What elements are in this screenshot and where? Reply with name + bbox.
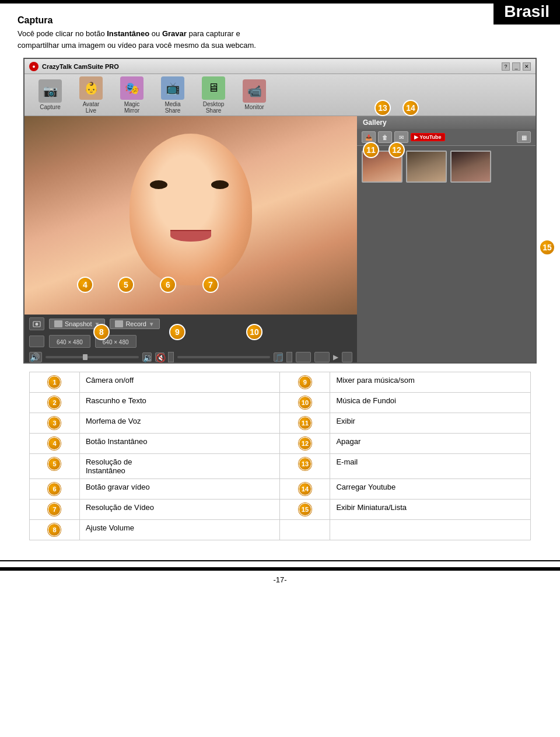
table-row-2: 2 Rascunho e Texto 10 Música de Fundoi <box>30 393 531 413</box>
snap-res-display: 640 × 480 <box>49 335 90 348</box>
table-label-15: Exibir Miniatura/Lista <box>330 500 531 520</box>
table-label-14: Carregar Youtube <box>330 479 531 500</box>
badge-6: 6 <box>160 277 176 293</box>
table-empty-label <box>330 520 531 540</box>
minimize-button[interactable]: _ <box>512 62 520 71</box>
help-button[interactable]: ? <box>502 62 510 71</box>
table-label-12: Apagar <box>330 434 531 454</box>
audio-icon[interactable]: 🔊 <box>29 352 42 362</box>
badge-4: 4 <box>77 277 93 293</box>
table-label-5: Resolução deInstantâneo <box>79 454 280 479</box>
avatar-icon: 👶 <box>79 76 103 100</box>
gallery-header: Gallery <box>357 116 536 129</box>
gallery-share-btn[interactable]: 📤 <box>362 131 376 143</box>
controls-row2: 640 × 480 640 × 480 <box>24 333 357 350</box>
record-thumb <box>115 320 123 327</box>
stop-btn[interactable] <box>342 352 352 362</box>
gallery-panel: Gallery 📤 🗑 ✉ ▶ YouTube ▦ <box>357 116 536 362</box>
table-row-8: 8 Ajuste Volume <box>30 520 531 540</box>
table-num-13: 13 <box>280 454 330 479</box>
mouth <box>170 230 211 242</box>
toolbar-capture[interactable]: 📷 Capture <box>30 77 70 113</box>
desc-line2: compartilhar uma imagem ou vídeo para vo… <box>18 41 256 50</box>
table-label-13: E-mail <box>330 454 531 479</box>
gallery-thumb-2[interactable] <box>406 151 447 183</box>
desktop-icon: 🖥 <box>202 76 225 100</box>
close-button[interactable]: ✕ <box>523 62 531 71</box>
text-icon[interactable] <box>29 336 44 347</box>
media-icon: 📺 <box>161 76 184 100</box>
thumb-face-2 <box>407 152 446 181</box>
play-btn[interactable]: ▶ <box>333 353 338 361</box>
toolbar-desktop[interactable]: 🖥 DesktopShare <box>194 74 233 116</box>
app-logo: ● <box>29 62 38 71</box>
table-label-8: Ajuste Volume <box>79 520 280 540</box>
record-btn[interactable]: Record ▼ <box>110 319 159 329</box>
capture-icon: 📷 <box>38 79 62 103</box>
table-empty-num <box>280 520 330 540</box>
table-num-5: 5 <box>30 454 80 479</box>
info-table: 1 Câmera on/off 9 Mixer para música/som … <box>29 372 531 540</box>
badge-8: 8 <box>93 324 110 340</box>
badge-7: 7 <box>202 277 219 293</box>
badge-11: 11 <box>363 142 379 158</box>
table-num-9: 9 <box>280 372 330 393</box>
app-title: CrazyTalk CamSuite PRO <box>42 63 502 70</box>
separator1 <box>168 352 174 362</box>
desc-rest: para capturar e <box>188 29 240 38</box>
badge-10: 10 <box>246 324 262 340</box>
table-label-3: Morfema de Voz <box>79 413 280 434</box>
table-row-5: 5 Resolução deInstantâneo 13 E-mail <box>30 454 531 479</box>
page-description: Você pode clicar no botão Instantâneo ou… <box>18 28 542 51</box>
gallery-toolbar: 📤 🗑 ✉ ▶ YouTube ▦ <box>357 129 536 146</box>
controls-row1: Snapshot ▼ Record ▼ <box>24 315 357 333</box>
camera-view: 4 5 6 7 Snapshot ▼ <box>24 116 357 362</box>
snapshot-thumb <box>54 320 62 327</box>
table-label-1: Câmera on/off <box>79 372 280 393</box>
footer: -17- <box>0 560 560 588</box>
camera-icon-ctrl[interactable] <box>29 317 44 330</box>
snap-res-text: 640 × 480 <box>57 339 83 345</box>
toolbar-media[interactable]: 📺 MediaShare <box>153 74 192 116</box>
page-number: -17- <box>273 575 286 584</box>
badge-14: 14 <box>402 100 419 116</box>
controls-row3: 🔊 🔉 🔇 🎵 ▶ <box>24 350 357 362</box>
table-row-7: 7 Resolução de Vídeo 15 Exibir Miniatura… <box>30 500 531 520</box>
app-titlebar: ● CrazyTalk CamSuite PRO ? _ ✕ <box>24 59 536 74</box>
table-num-14: 14 <box>280 479 330 500</box>
screenshot-container: ● CrazyTalk CamSuite PRO ? _ ✕ 📷 Capture… <box>23 58 537 364</box>
page-title: Captura <box>18 15 542 26</box>
volume-thumb <box>83 354 88 360</box>
mute-icon: 🔇 <box>155 352 164 362</box>
toolbar-monitor[interactable]: 📹 Monitor <box>235 77 274 113</box>
music-slider[interactable] <box>177 356 271 358</box>
record-bold: Gravar <box>162 29 187 38</box>
toolbar-magic[interactable]: 🎭 MagicMirror <box>112 74 152 116</box>
snapshot-label: Snapshot <box>65 320 92 327</box>
avatar-label: AvatarLive <box>83 101 100 114</box>
music-icon: 🎵 <box>274 352 283 362</box>
table-num-11: 11 <box>280 413 330 434</box>
gallery-youtube-btn[interactable]: ▶ YouTube <box>411 133 445 141</box>
footer-bar <box>0 567 560 571</box>
face-oval <box>130 134 252 285</box>
volume-slider[interactable] <box>46 356 139 358</box>
gallery-thumb-3[interactable] <box>450 151 491 183</box>
gallery-delete-btn[interactable]: 🗑 <box>378 131 392 143</box>
svg-point-1 <box>36 323 38 326</box>
badge-15: 15 <box>539 239 555 256</box>
table-row-4: 4 Botão Instantâneo 12 Apagar <box>30 434 531 454</box>
table-num-8: 8 <box>30 520 80 540</box>
table-num-6: 6 <box>30 479 80 500</box>
table-label-9: Mixer para música/som <box>330 372 531 393</box>
monitor-icon: 📹 <box>243 79 266 103</box>
gallery-view-btn[interactable]: ▦ <box>517 131 531 143</box>
magic-label: MagicMirror <box>124 101 140 114</box>
toolbar-avatar[interactable]: 👶 AvatarLive <box>71 74 111 116</box>
gallery-email-btn[interactable]: ✉ <box>394 131 408 143</box>
table-num-4: 4 <box>30 434 80 454</box>
table-label-4: Botão Instantâneo <box>79 434 280 454</box>
table-label-6: Botão gravar vídeo <box>79 479 280 500</box>
extra-icon <box>296 352 311 362</box>
table-label-11: Exibir <box>330 413 531 434</box>
